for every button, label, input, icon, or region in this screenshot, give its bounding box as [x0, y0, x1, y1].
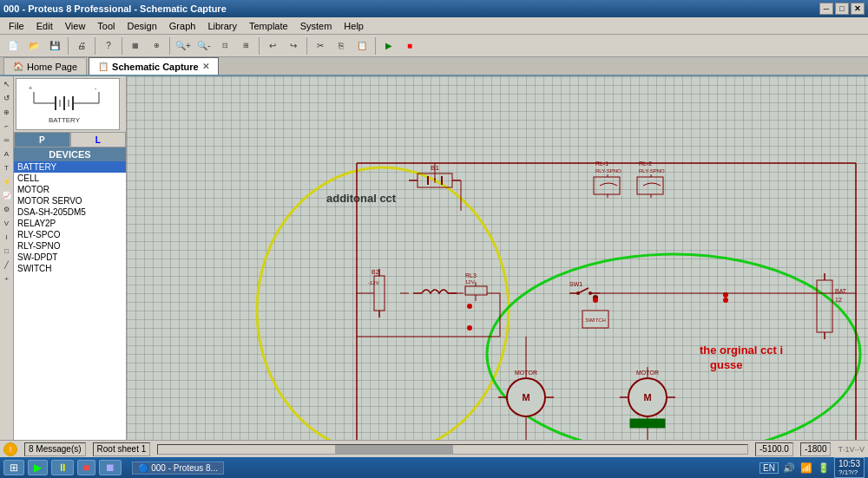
maximize-button[interactable]: □ [835, 3, 849, 15]
device-switch[interactable]: SWITCH [14, 263, 126, 274]
schematic-tab-icon: 📋 [98, 62, 108, 71]
undo-button[interactable]: ↩ [263, 37, 282, 55]
text-tool[interactable]: T [1, 161, 13, 174]
rotate-tool[interactable]: ↺ [1, 92, 13, 104]
sim-pause-btn[interactable]: ⏸ [51, 460, 74, 475]
svg-text:SW1: SW1 [569, 281, 582, 287]
copy-button[interactable]: ⎘ [332, 37, 351, 55]
battery-icon[interactable]: 🔋 [817, 461, 831, 475]
device-rly-spco[interactable]: RLY-SPCO [14, 229, 126, 240]
device-cell[interactable]: CELL [14, 173, 126, 184]
taskbar-right: EN 🔊 📶 🔋 10:53 ?/1?/? [760, 457, 865, 478]
menu-design[interactable]: Design [122, 19, 162, 33]
menu-template[interactable]: Template [244, 19, 293, 33]
box-tool[interactable]: □ [1, 245, 13, 257]
sim-stop-btn[interactable]: ■ [77, 460, 95, 475]
proteus-taskbar-btn[interactable]: 🔵 000 - Proteus 8... [132, 462, 224, 475]
sim-step-btn[interactable]: ⏹ [99, 460, 122, 475]
open-button[interactable]: 📂 [24, 37, 43, 55]
help-button[interactable]: ? [99, 37, 118, 55]
svg-text:M: M [522, 392, 529, 403]
device-relay2p[interactable]: RELAY2P [14, 218, 126, 229]
menu-graph[interactable]: Graph [164, 19, 201, 33]
zoom-fit-button[interactable]: ⊡ [215, 37, 234, 55]
schematic-canvas[interactable]: additonal cct the orginal cct i gusse B1… [127, 76, 868, 440]
probe-tool[interactable]: ⚡ [1, 175, 13, 187]
scrollbar-thumb[interactable] [335, 445, 453, 454]
menu-file[interactable]: File [3, 19, 30, 33]
sp-tab-p[interactable]: P [14, 132, 70, 147]
cut-button[interactable]: ✂ [311, 37, 330, 55]
clock-date: ?/1?/? [838, 468, 860, 476]
device-motor[interactable]: MOTOR [14, 184, 126, 195]
tab-homepage[interactable]: 🏠 Home Page [3, 57, 87, 75]
grid-button[interactable]: ▦ [126, 37, 145, 55]
plus-tool[interactable]: + [1, 272, 13, 285]
network-icon[interactable]: 📶 [799, 461, 813, 475]
message-icon[interactable]: ! [3, 442, 17, 456]
select-tool[interactable]: ↖ [1, 78, 13, 90]
messages-status: 8 Message(s) [24, 442, 86, 456]
save-button[interactable]: 💾 [45, 37, 64, 55]
homepage-tab-icon: 🏠 [13, 62, 23, 71]
tab-schematic[interactable]: 📋 Schematic Capture ✕ [89, 57, 219, 75]
line-tool[interactable]: ╱ [1, 259, 13, 271]
minimize-button[interactable]: ─ [819, 3, 833, 15]
sp-tab-l[interactable]: L [70, 132, 127, 147]
voltage-probe[interactable]: V [1, 217, 13, 229]
svg-point-79 [723, 298, 728, 303]
menu-tool[interactable]: Tool [92, 19, 120, 33]
schematic-tab-label: Schematic Capture [112, 62, 199, 72]
svg-text:12V: 12V [465, 279, 475, 285]
sheet-status: Root sheet 1 [93, 442, 151, 456]
svg-point-12 [257, 167, 509, 440]
menu-library[interactable]: Library [202, 19, 242, 33]
start-button[interactable]: ⊞ [3, 460, 24, 475]
device-sw-dpdt[interactable]: SW-DPDT [14, 252, 126, 263]
bus-tool[interactable]: ═ [1, 134, 13, 146]
device-rly-spno[interactable]: RLY-SPNO [14, 240, 126, 252]
generator-tool[interactable]: ⚙ [1, 203, 13, 215]
simulation-play[interactable]: ▶ [379, 37, 398, 55]
close-button[interactable]: ✕ [851, 3, 865, 15]
new-button[interactable]: 📄 [3, 37, 23, 55]
zoom-out-button[interactable]: 🔍- [194, 37, 214, 55]
menu-help[interactable]: Help [339, 19, 369, 33]
print-button[interactable]: 🖨 [72, 37, 91, 55]
svg-text:+: + [29, 85, 32, 91]
label-tool[interactable]: A [1, 147, 13, 160]
device-dsa[interactable]: DSA-SH-205DM5 [14, 206, 126, 218]
redo-button[interactable]: ↪ [284, 37, 303, 55]
svg-point-76 [467, 304, 472, 309]
toolbar-separator-3 [122, 37, 122, 55]
toolbar-separator-6 [306, 37, 307, 55]
svg-point-48 [576, 291, 580, 295]
proteus-label: 000 - Proteus 8... [151, 463, 218, 473]
svg-point-49 [589, 291, 592, 295]
menu-view[interactable]: View [60, 19, 91, 33]
zoom-in-button[interactable]: 🔍+ [174, 37, 193, 55]
component-tool[interactable]: ⊕ [1, 106, 13, 118]
messages-text: 8 Message(s) [29, 444, 82, 454]
svg-rect-41 [465, 286, 487, 295]
schematic-tab-close[interactable]: ✕ [202, 62, 209, 71]
toolbar-separator-7 [375, 37, 376, 55]
menu-edit[interactable]: Edit [31, 19, 58, 33]
svg-point-77 [467, 325, 472, 331]
simulation-stop[interactable]: ■ [400, 37, 419, 55]
sim-play-btn[interactable]: ▶ [28, 460, 48, 475]
zoom-area-button[interactable]: ⊞ [236, 37, 255, 55]
current-probe[interactable]: I [1, 231, 13, 243]
menu-system[interactable]: System [295, 19, 338, 33]
device-battery[interactable]: BATTERY [14, 161, 126, 173]
titlebar: 000 - Proteus 8 Professional - Schematic… [0, 0, 868, 17]
clock-time: 10:53 [838, 459, 860, 468]
system-clock[interactable]: 10:53 ?/1?/? [834, 457, 865, 478]
paste-button[interactable]: 📋 [352, 37, 372, 55]
wire-tool[interactable]: ⌐ [1, 120, 13, 132]
origin-button[interactable]: ⊕ [147, 37, 166, 55]
window-controls: ─ □ ✕ [819, 3, 865, 15]
volume-icon[interactable]: 🔊 [782, 461, 796, 475]
device-motor-servo[interactable]: MOTOR SERVO [14, 195, 126, 206]
graph-tool[interactable]: 📈 [1, 189, 13, 201]
